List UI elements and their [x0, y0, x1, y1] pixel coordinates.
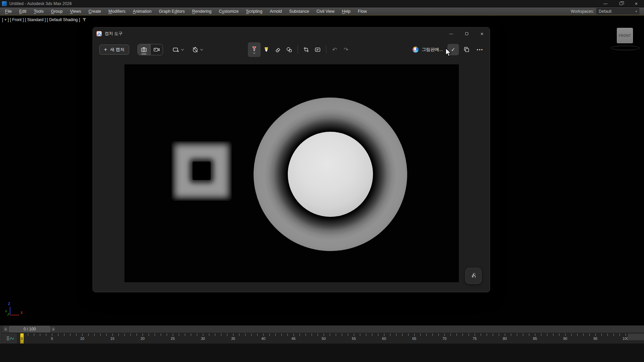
- captured-image-canvas[interactable]: [124, 64, 459, 282]
- timeline-grip-handle[interactable]: [0, 325, 3, 344]
- more-options-button[interactable]: •••: [474, 44, 486, 55]
- menu-item-arnold[interactable]: Arnold: [266, 7, 285, 15]
- ruler-tick: [46, 334, 46, 336]
- filter-funnel-icon: [82, 18, 87, 22]
- ruler-tick: [269, 334, 270, 336]
- new-capture-button[interactable]: + 새 캡처: [99, 45, 129, 55]
- highlighter-tool-button[interactable]: [261, 44, 272, 55]
- shapes-tool-button[interactable]: [283, 44, 295, 55]
- ruler-tick: [34, 334, 34, 336]
- ruler-tick: [233, 334, 233, 336]
- new-capture-label: 새 캡처: [110, 47, 124, 53]
- previous-frame-button[interactable]: <: [3, 326, 8, 332]
- ruler-tick: [251, 334, 252, 336]
- mini-curve-editor-button[interactable]: [3, 333, 17, 344]
- menu-item-tools[interactable]: Tools: [30, 7, 47, 15]
- menu-item-animation[interactable]: Animation: [129, 7, 155, 15]
- snip-titlebar[interactable]: 캡처 도구 — ×: [93, 27, 490, 40]
- ballpoint-pen-tool-button[interactable]: [248, 42, 261, 57]
- curve-editor-icon: [6, 335, 14, 342]
- ruler-tick: [444, 334, 445, 336]
- screenshot-mode-button[interactable]: [138, 44, 150, 55]
- menu-item-graph-editors[interactable]: Graph Editors: [155, 7, 189, 15]
- eraser-tool-button[interactable]: [272, 44, 283, 55]
- menu-item-substance[interactable]: Substance: [285, 7, 313, 15]
- frame-readout[interactable]: 0 / 100: [9, 326, 50, 332]
- menu-item-flow[interactable]: Flow: [354, 7, 370, 15]
- menu-item-rendering[interactable]: Rendering: [189, 7, 215, 15]
- viewcube[interactable]: FRONT: [617, 28, 633, 43]
- crop-tool-button[interactable]: [301, 44, 312, 55]
- copy-icon: [463, 46, 470, 53]
- redo-icon: ↷: [343, 46, 348, 53]
- snip-shape-dropdown[interactable]: [170, 44, 186, 55]
- snip-close-button[interactable]: ×: [474, 27, 490, 40]
- ruler-tick: [402, 334, 402, 336]
- workspaces-value: Default: [599, 9, 611, 14]
- ruler-tick: [438, 334, 439, 336]
- viewport-label-text: [ + ] [ Front ] [ Standard ] [ Default S…: [2, 17, 80, 22]
- ruler-tick: [354, 334, 354, 336]
- workspaces-control: Workspaces: Default ▾: [571, 8, 644, 14]
- ruler-tick: [227, 334, 227, 336]
- square-torus-hole: [193, 162, 211, 180]
- close-button[interactable]: ×: [629, 0, 644, 7]
- video-camera-icon: [153, 46, 160, 53]
- ruler-tick: [209, 334, 209, 336]
- snip-delay-dropdown[interactable]: [190, 44, 205, 55]
- ruler-tick: [293, 334, 294, 336]
- timeline-ruler[interactable]: 0510152025303540455055606570758085909510…: [17, 333, 644, 344]
- minimize-button[interactable]: —: [598, 0, 613, 7]
- video-mode-button[interactable]: [150, 44, 163, 55]
- menu-item-views[interactable]: Views: [66, 7, 85, 15]
- ruler-tick: [505, 334, 505, 336]
- edit-in-paint-button[interactable]: 그림판에...: [410, 44, 445, 55]
- viewport-label[interactable]: [ + ] [ Front ] [ Standard ] [ Default S…: [2, 17, 87, 22]
- ruler-tick: [312, 334, 312, 336]
- timeline-end-cap: [628, 334, 644, 340]
- restore-button[interactable]: [613, 0, 629, 7]
- ruler-label-65: 65: [412, 337, 416, 341]
- ruler-tick: [324, 334, 324, 336]
- snip-minimize-button[interactable]: —: [443, 27, 459, 40]
- menu-item-civil-view[interactable]: Civil View: [313, 7, 338, 15]
- ruler-tick: [118, 334, 119, 336]
- feedback-hand-icon: [470, 272, 477, 280]
- feedback-button[interactable]: [465, 268, 482, 284]
- undo-button[interactable]: ↶: [329, 44, 340, 55]
- chevron-down-icon: ▾: [635, 10, 637, 13]
- viewcube-front-face[interactable]: FRONT: [619, 34, 631, 38]
- menu-item-create[interactable]: Create: [85, 7, 105, 15]
- ruler-tick: [589, 334, 590, 336]
- text-actions-button[interactable]: [312, 44, 323, 55]
- menu-item-edit[interactable]: Edit: [15, 7, 30, 15]
- highlighter-icon: [263, 46, 270, 53]
- desktop: Untitled - Autodesk 3ds Max 2026 — × Fil…: [0, 0, 644, 362]
- menu-item-help[interactable]: Help: [338, 7, 354, 15]
- ruler-tick: [481, 334, 481, 336]
- ruler-label-15: 15: [110, 337, 114, 341]
- snip-window-controls: — ×: [443, 27, 490, 40]
- ruler-tick: [76, 334, 76, 336]
- menu-item-group[interactable]: Group: [47, 7, 66, 15]
- ruler-tick: [511, 334, 511, 336]
- copy-button[interactable]: [461, 44, 472, 55]
- ruler-label-95: 95: [593, 337, 597, 341]
- next-frame-button[interactable]: >: [51, 326, 56, 332]
- workspaces-dropdown[interactable]: Default ▾: [596, 8, 639, 14]
- redo-button[interactable]: ↷: [340, 44, 352, 55]
- ruler-label-0: 0: [21, 337, 23, 341]
- axis-x-line: [10, 315, 19, 315]
- plus-icon: +: [104, 47, 107, 52]
- ruler-tick: [541, 334, 541, 336]
- snip-maximize-button[interactable]: [459, 27, 474, 40]
- toolbar-divider: [326, 46, 326, 54]
- ruler-label-30: 30: [201, 337, 205, 341]
- menu-item-file[interactable]: File: [1, 7, 15, 15]
- ruler-tick: [82, 334, 83, 336]
- menu-item-modifiers[interactable]: Modifiers: [105, 7, 129, 15]
- menu-item-scripting[interactable]: Scripting: [243, 7, 266, 15]
- menu-item-customize[interactable]: Customize: [215, 7, 242, 15]
- ruler-tick: [384, 334, 384, 336]
- chevron-down-icon: [200, 48, 203, 50]
